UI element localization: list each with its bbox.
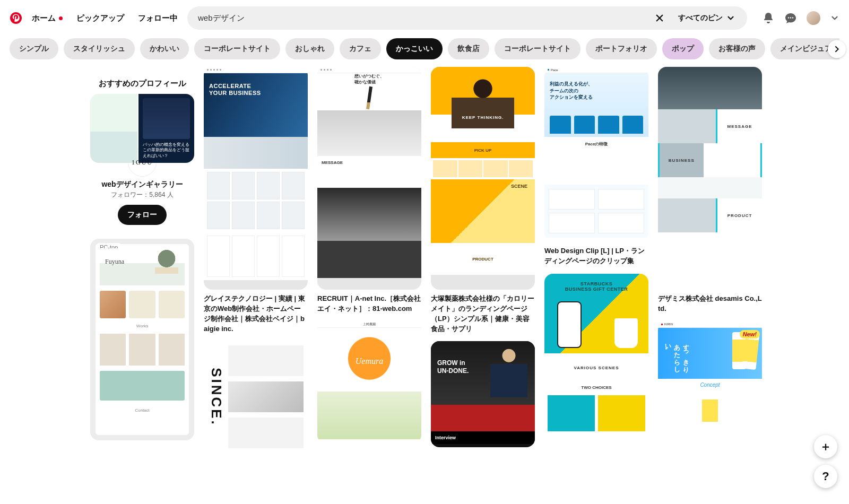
column-3: 想いがつむぐ、確かな価値 MESSAGE RECRUIT｜A-net Inc.［… xyxy=(317,67,421,451)
fab-help[interactable]: ? xyxy=(814,465,837,488)
pin-card[interactable]: KIRIN すっきり、 あたらしい。 New! Concept xyxy=(658,321,762,449)
pin-card[interactable]: MESSAGE BUSINESS PRODUCT デザミス株式会社 desami… xyxy=(658,67,762,314)
avatar[interactable] xyxy=(807,11,820,25)
pin-title: グレイステクノロジー | 実績 | 東京のWeb制作会社・ホームページ制作会社｜… xyxy=(204,294,308,334)
pin-title: RECRUIT｜A-net Inc.［株式会社エイ・ネット］：81-web.co… xyxy=(317,294,421,314)
account-chevron-icon[interactable] xyxy=(830,13,839,23)
profile-followers: フォロワー：5,864 人 xyxy=(90,190,194,199)
primary-nav: ホーム ピックアップ フォロー中 xyxy=(32,13,178,23)
chevron-down-icon xyxy=(726,13,735,23)
pin-card[interactable]: 上村農園 Uemura xyxy=(317,321,421,444)
profile-preview-images: バッハ的の概念を変えるこの革新的商品をどう捉えればいい？ xyxy=(90,94,194,163)
nav-home[interactable]: ホーム xyxy=(32,13,63,23)
profile-card[interactable]: バッハ的の概念を変えるこの革新的商品をどう捉えればいい？ 1GUU webデザイ… xyxy=(90,94,194,225)
filter-chip[interactable]: おしゃれ xyxy=(285,38,334,59)
filter-chip[interactable]: スタイリッシュ xyxy=(64,38,135,59)
pin-title: デザミス株式会社 desamis Co.,Ltd. xyxy=(658,294,762,314)
svg-point-4 xyxy=(790,17,791,18)
pin-card[interactable]: SINCE. xyxy=(204,341,308,453)
svg-point-5 xyxy=(792,17,793,18)
nav-pickup[interactable]: ピックアップ xyxy=(76,13,124,23)
follow-button[interactable]: フォロー xyxy=(118,205,167,225)
pin-card[interactable]: GROW in UN-DONE. Interview xyxy=(431,341,535,447)
profile-name: webデザインギャラリー xyxy=(90,180,194,189)
filter-chips-row: シンプルスタイリッシュかわいいコーポレートサイトおしゃれカフェかっこいい飲食店コ… xyxy=(0,35,849,67)
filter-chip[interactable]: ポップ xyxy=(662,38,704,59)
search-scope[interactable]: すべてのピン xyxy=(671,13,740,23)
clear-icon[interactable] xyxy=(654,12,665,24)
filter-chip[interactable]: かっこいい xyxy=(386,38,443,59)
message-icon[interactable] xyxy=(784,12,797,24)
column-4: KEEP THINKING. PICK UP SCENE PRODUCT 大塚製… xyxy=(431,67,535,455)
fab-add[interactable]: ＋ xyxy=(814,435,837,458)
filter-chips: シンプルスタイリッシュかわいいコーポレートサイトおしゃれカフェかっこいい飲食店コ… xyxy=(10,38,839,59)
app-header: ホーム ピックアップ フォロー中 すべてのピン xyxy=(0,0,849,35)
svg-point-3 xyxy=(788,17,789,18)
pin-card[interactable]: 想いがつむぐ、確かな価値 MESSAGE RECRUIT｜A-net Inc.［… xyxy=(317,67,421,314)
notification-dot xyxy=(59,16,63,20)
filter-chip[interactable]: お客様の声 xyxy=(709,38,765,59)
chips-scroll-right[interactable] xyxy=(828,40,846,58)
pin-card[interactable]: KEEP THINKING. PICK UP SCENE PRODUCT 大塚製… xyxy=(431,67,535,334)
pin-card[interactable]: Pace 利益の見える化が、 チームの次の アクションを変える Paceの特徴 … xyxy=(544,67,648,266)
column-1: おすすめのプロフィール バッハ的の概念を変えるこの革新的商品をどう捉えればいい？… xyxy=(90,67,194,448)
filter-chip[interactable]: ポートフォリオ xyxy=(586,38,657,59)
pin-card[interactable]: STARBUCKS BUSINESS GIFT CENTER VARIOUS S… xyxy=(544,274,648,444)
pin-card[interactable]: ACCELERATE YOUR BUSINESS グレイステクノロジー | 実績… xyxy=(204,67,308,334)
header-icons xyxy=(762,11,839,25)
filter-chip[interactable]: コーポレートサイト xyxy=(194,38,280,59)
filter-chip[interactable]: カフェ xyxy=(340,38,381,59)
bell-icon[interactable] xyxy=(762,12,775,24)
column-6: MESSAGE BUSINESS PRODUCT デザミス株式会社 desami… xyxy=(658,67,762,456)
column-5: Pace 利益の見える化が、 チームの次の アクションを変える Paceの特徴 … xyxy=(544,67,648,451)
filter-chip[interactable]: コーポレートサイト xyxy=(495,38,581,59)
profile-rec-heading: おすすめのプロフィール xyxy=(90,79,194,89)
pinterest-logo[interactable] xyxy=(10,12,22,24)
pin-board: おすすめのプロフィール バッハ的の概念を変えるこの革新的商品をどう捉えればいい？… xyxy=(53,67,796,502)
pin-title: 大塚製薬株式会社様の「カロリーメイト」のランディングページ（LP）シンプル系｜健… xyxy=(431,294,535,334)
search-input[interactable] xyxy=(197,13,648,23)
filter-chip[interactable]: 飲食店 xyxy=(448,38,489,59)
nav-following[interactable]: フォロー中 xyxy=(138,13,178,23)
search-bar: すべてのピン xyxy=(187,6,747,30)
filter-chip[interactable]: シンプル xyxy=(10,38,58,59)
pin-card[interactable]: PC-top Fuyuna Works Contact xyxy=(90,239,194,440)
filter-chip[interactable]: かわいい xyxy=(140,38,189,59)
pin-title: Web Design Clip [L] | LP・ランディングページのクリップ集 xyxy=(544,246,648,266)
column-2: ACCELERATE YOUR BUSINESS グレイステクノロジー | 実績… xyxy=(204,67,308,460)
